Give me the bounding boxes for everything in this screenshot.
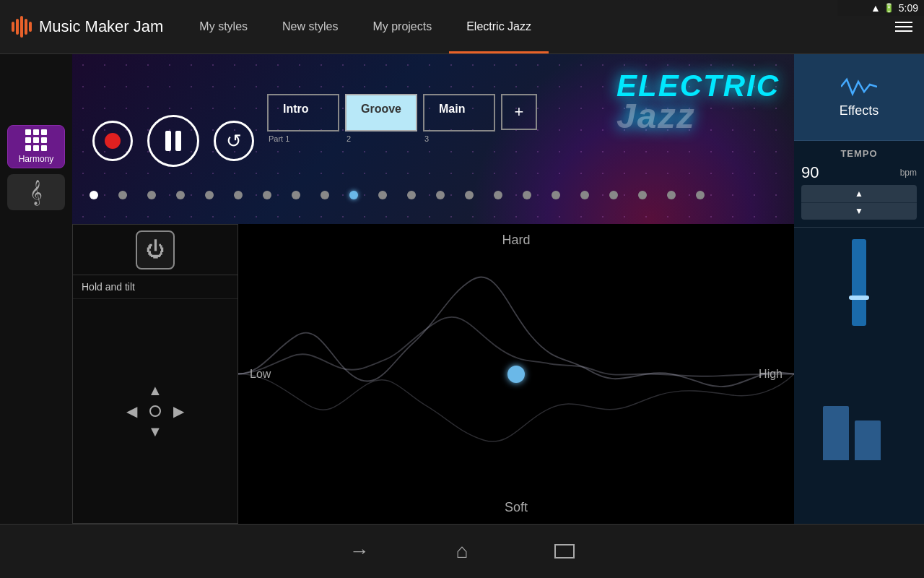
mixer-bar-2[interactable] — [855, 420, 881, 460]
loop-button[interactable]: ↺ — [214, 121, 254, 161]
recent-apps-button[interactable] — [554, 544, 575, 558]
instrument-panel: ⏻ Hold and tilt ▲ ▼ ◀ ▶ — [72, 224, 238, 524]
clef-button[interactable]: 𝄞 — [7, 174, 65, 210]
app-title: Music Maker Jam — [39, 17, 163, 36]
timeline-dot-15[interactable] — [494, 191, 502, 199]
joystick[interactable]: ▲ ▼ ◀ ▶ — [126, 382, 184, 440]
timeline-dot-9[interactable] — [321, 191, 329, 199]
right-panel: Effects TEMPO 90 bpm ▲ ▼ — [794, 54, 924, 524]
electric-jazz-logo: ELECTRIC Jazz — [616, 69, 780, 136]
timeline-dot-2[interactable] — [118, 191, 127, 199]
timeline-dot-17[interactable] — [552, 191, 560, 199]
home-button[interactable]: ⌂ — [456, 540, 468, 563]
effects-button[interactable]: Effects — [794, 54, 924, 141]
intro-sublabel: Part 1 — [269, 134, 289, 143]
part-groove[interactable]: Groove 2 — [345, 94, 417, 131]
timeline-dot-6[interactable] — [234, 191, 243, 199]
timeline-dot-20[interactable] — [638, 191, 647, 199]
timeline-dot-13[interactable] — [436, 191, 445, 199]
tab-electric-jazz[interactable]: Electric Jazz — [449, 0, 549, 53]
timeline-dot-18[interactable] — [580, 191, 589, 199]
menu-line-3 — [895, 30, 912, 32]
hold-tilt-text: Hold and tilt — [82, 281, 135, 293]
joystick-right-arrow: ▶ — [173, 402, 184, 420]
main-visualizer[interactable]: Hard Low High Soft — [238, 224, 794, 524]
timeline-dot-14[interactable] — [465, 191, 474, 199]
bottom-navigation: ← ⌂ — [0, 524, 924, 578]
main-sublabel: 3 — [424, 134, 429, 143]
tab-my-styles[interactable]: My styles — [182, 0, 265, 53]
timeline-dot-11[interactable] — [378, 191, 387, 199]
tab-new-styles[interactable]: New styles — [265, 0, 355, 53]
loop-icon: ↺ — [226, 130, 242, 152]
tab-my-projects[interactable]: My projects — [355, 0, 449, 53]
timeline-dot-5[interactable] — [205, 191, 214, 199]
hold-tilt-area: Hold and tilt — [73, 275, 237, 299]
back-button[interactable]: ← — [349, 540, 370, 563]
wave-bar-5 — [29, 22, 32, 32]
power-icon: ⏻ — [146, 238, 165, 261]
joystick-up-arrow: ▲ — [148, 382, 162, 399]
home-icon: ⌂ — [456, 540, 468, 563]
joystick-area[interactable]: ▲ ▼ ◀ ▶ — [73, 299, 237, 523]
bpm-label: bpm — [900, 168, 917, 178]
hard-label: Hard — [502, 233, 530, 248]
transport-controls: ↺ — [92, 115, 254, 167]
tempo-spinner[interactable]: ▲ ▼ — [801, 185, 917, 220]
add-part-button[interactable]: + — [501, 94, 537, 130]
timeline-dot-21[interactable] — [667, 191, 676, 199]
volume-slider-thumb[interactable] — [849, 296, 869, 300]
tempo-decrease[interactable]: ▼ — [801, 203, 917, 220]
back-icon: ← — [349, 540, 370, 563]
timeline-dot-3[interactable] — [147, 191, 156, 199]
main-label: Main — [439, 103, 465, 115]
timeline-dot-8[interactable] — [292, 191, 300, 199]
waveform-icon — [12, 16, 32, 38]
pause-bar-left — [165, 131, 171, 151]
time-display: 5:09 — [899, 2, 918, 14]
groove-sublabel: 2 — [346, 134, 351, 143]
timeline-dot-active[interactable] — [349, 191, 358, 199]
tempo-title: TEMPO — [801, 148, 917, 159]
app-logo: Music Maker Jam — [0, 16, 175, 38]
timeline-dot-start[interactable] — [90, 191, 98, 199]
timeline-dot-12[interactable] — [407, 191, 416, 199]
menu-icon[interactable] — [895, 22, 912, 32]
harmony-label: Harmony — [19, 154, 54, 164]
part-main[interactable]: Main 3 — [423, 94, 495, 131]
status-bar: ▲ 🔋 5:09 — [837, 0, 924, 16]
timeline-dot-16[interactable] — [523, 191, 531, 199]
intro-label: Intro — [283, 103, 309, 115]
record-button[interactable] — [92, 121, 133, 161]
tempo-increase[interactable]: ▲ — [801, 185, 917, 203]
power-button-area: ⏻ — [73, 225, 237, 275]
soft-label: Soft — [505, 500, 528, 515]
timeline-dot-19[interactable] — [609, 191, 618, 199]
battery-icon: 🔋 — [884, 3, 894, 13]
part-intro[interactable]: Intro Part 1 — [267, 94, 339, 131]
record-dot — [105, 133, 121, 149]
effects-label: Effects — [840, 103, 879, 118]
mixer-bar-1[interactable] — [823, 406, 849, 460]
timeline-dot-7[interactable] — [263, 191, 271, 199]
power-button[interactable]: ⏻ — [136, 230, 175, 269]
effects-wave-icon — [841, 76, 877, 98]
timeline-dot-4[interactable] — [176, 191, 185, 199]
left-panel: Harmony 𝄞 — [0, 54, 72, 524]
pause-button[interactable] — [147, 115, 199, 167]
low-label: Low — [250, 368, 271, 381]
pause-bars — [165, 131, 181, 151]
cursor-dot — [507, 366, 525, 383]
grid-icon — [25, 129, 47, 151]
clef-symbol: 𝄞 — [30, 180, 43, 205]
timeline-dot-end[interactable] — [696, 191, 705, 199]
wifi-icon: ▲ — [871, 2, 881, 14]
harmony-button[interactable]: Harmony — [7, 125, 65, 168]
wave-bar-1 — [12, 22, 14, 32]
menu-line-2 — [895, 26, 912, 27]
tempo-value: 90 — [801, 163, 819, 182]
top-navigation: Music Maker Jam My styles New styles My … — [0, 0, 924, 54]
parts-row: Intro Part 1 Groove 2 Main 3 + — [267, 94, 537, 131]
volume-slider-track[interactable] — [852, 239, 866, 326]
menu-line-1 — [895, 22, 912, 23]
